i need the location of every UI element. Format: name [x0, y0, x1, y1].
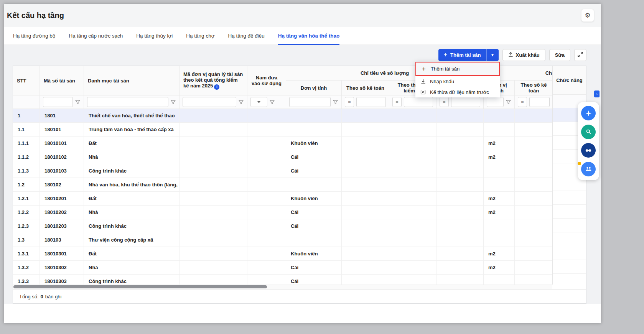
cell-accounting2	[515, 192, 552, 206]
cell-unit-code	[180, 261, 247, 275]
fullscreen-button[interactable]	[574, 49, 586, 61]
filter-operator[interactable]: =	[518, 97, 527, 107]
table-row[interactable]: 1.2 180102 Nhà văn hóa, khu thể thao thô…	[13, 178, 552, 192]
data-grid: STT Mã số tài sản Danh mục tài sản Mã đơ…	[13, 66, 586, 304]
scrollbar-thumb[interactable]	[13, 285, 267, 288]
spark-assistant-icon[interactable]	[581, 106, 596, 120]
table-row[interactable]: 1.2.1 18010201 Đất Khuôn viên m2	[13, 192, 552, 206]
cell-accounting2	[515, 219, 552, 233]
cell-actions	[553, 274, 586, 285]
filter-input-code[interactable]	[43, 97, 73, 107]
menu-item-add-asset[interactable]: + Thêm tài sản	[415, 62, 500, 76]
tab[interactable]: Hạ tầng chợ	[186, 27, 214, 44]
tab[interactable]: Hạ tầng văn hóa thể thao	[278, 27, 340, 44]
tab-label: Hạ tầng văn hóa thể thao	[278, 33, 340, 39]
col-header-unit-code: Mã đơn vị quản lý tài sản theo kết quả t…	[180, 66, 247, 95]
cell-unit-code	[180, 275, 247, 285]
cell-unit2	[484, 123, 515, 137]
cell-inventory	[389, 275, 436, 285]
funnel-icon[interactable]	[506, 100, 511, 105]
gear-icon: ⚙	[585, 12, 590, 20]
table-row[interactable]: 1.1.1 18010101 Đất Khuôn viên m2	[13, 137, 552, 150]
goggles-assistant-icon[interactable]	[581, 143, 596, 158]
table-row[interactable]: 1.1.3 18010103 Công trình khác Cái	[13, 164, 552, 178]
cell-accounting	[342, 150, 389, 164]
cell-unit-code	[180, 109, 247, 123]
cell-accounting	[342, 247, 389, 261]
funnel-icon[interactable]	[239, 100, 244, 105]
add-asset-button[interactable]: + Thêm tài sản	[438, 49, 486, 61]
tab[interactable]: Hạ tầng cấp nước sạch	[69, 27, 123, 44]
filter-input-9[interactable]	[451, 97, 480, 107]
cell-unit	[286, 233, 342, 247]
toolbar: + Thêm tài sản ▼ Xuất khẩu Sửa	[13, 47, 586, 63]
tab[interactable]: Hạ tầng thủy lợi	[136, 27, 173, 44]
cell-unit2: m2	[484, 137, 515, 150]
cell-actions	[553, 191, 586, 205]
funnel-icon[interactable]	[333, 100, 338, 105]
cell-actions	[553, 219, 586, 232]
add-asset-dropdown-toggle[interactable]: ▼	[486, 49, 499, 61]
table-row[interactable]: 1.3.1 18010301 Đất Khuôn viên m2	[13, 247, 552, 261]
cell-unit: Cái	[286, 150, 342, 164]
filter-input-unit2[interactable]	[487, 97, 504, 107]
funnel-icon[interactable]	[75, 100, 81, 105]
magnifier-assistant-icon[interactable]	[581, 125, 596, 139]
cell-year	[247, 123, 286, 137]
cell-accounting	[342, 123, 389, 137]
col-header-year: Năm đưa vào sử dụng	[247, 66, 286, 95]
filter-input-category[interactable]	[87, 97, 168, 107]
extension-float-panel	[578, 102, 599, 180]
add-asset-dropdown-menu: + Thêm tài sản Nhập khẩu Kế thừa dữ liệu…	[415, 62, 500, 97]
total-unit: bản ghi	[45, 294, 62, 299]
filter-operator[interactable]: =	[392, 97, 402, 107]
cell-accounting	[342, 192, 389, 206]
menu-item-inherit-data[interactable]: Kế thừa dữ liệu năm trước	[415, 87, 500, 97]
table-row[interactable]: 1.2.2 18010202 Nhà Cái m2	[13, 206, 552, 219]
export-button[interactable]: Xuất khẩu	[502, 49, 545, 61]
table-row[interactable]: 1.1.2 18010102 Nhà Cái m2	[13, 150, 552, 164]
table-row[interactable]: 1.2.3 18010203 Công trình khác Cái	[13, 219, 552, 233]
cell-unit: Cái	[286, 206, 342, 219]
sidebar-expand-tab[interactable]: ›	[594, 90, 600, 97]
year-filter-select[interactable]	[250, 97, 267, 107]
filter-input-accounting2[interactable]	[529, 97, 550, 107]
people-assistant-icon[interactable]	[581, 162, 596, 176]
table-row[interactable]: 1.3.2 18010302 Nhà Cái m2	[13, 261, 552, 275]
filter-operator[interactable]: =	[440, 97, 449, 107]
filter-input-accounting[interactable]	[356, 97, 386, 107]
cell-inventory	[389, 192, 436, 206]
filter-input-unit-code[interactable]	[183, 97, 236, 107]
cell-stt: 1.1.1	[13, 137, 40, 150]
horizontal-scrollbar[interactable]	[13, 285, 552, 289]
grid-scroll-area: STT Mã số tài sản Danh mục tài sản Mã đơ…	[13, 66, 552, 285]
cell-code: 18010301	[40, 247, 84, 261]
col-header-accounting2: Theo số kế toán	[515, 81, 552, 95]
funnel-icon[interactable]	[171, 100, 176, 105]
tab[interactable]: Hạ tầng đường bộ	[13, 27, 55, 44]
funnel-icon[interactable]	[270, 100, 275, 105]
table-row[interactable]: 1 1801 Thiết chế văn hóa, thiết chế thể …	[13, 109, 552, 123]
cell-accounting2	[515, 247, 552, 261]
tab[interactable]: Hạ tầng đê điều	[228, 27, 265, 44]
table-row[interactable]: 1.3.3 18010303 Công trình khác Cái	[13, 275, 552, 285]
menu-item-import[interactable]: Nhập khẩu	[415, 76, 500, 87]
cell-category: Thư viện công cộng cấp xã	[84, 233, 180, 247]
filter-input-inventory[interactable]	[404, 97, 433, 107]
cell-9	[436, 261, 484, 275]
cell-unit2	[484, 109, 515, 123]
cell-year	[247, 150, 286, 164]
edit-button[interactable]: Sửa	[549, 49, 570, 61]
app-header: Kết cấu hạ tầng ⚙	[4, 4, 601, 27]
table-row[interactable]: 1.3 180103 Thư viện công cộng cấp xã	[13, 233, 552, 247]
cell-year	[247, 219, 286, 233]
info-icon[interactable]: i	[214, 84, 219, 90]
cell-unit-code	[180, 178, 247, 192]
table-row[interactable]: 1.1 180101 Trung tâm văn hóa - thể thao …	[13, 123, 552, 137]
filter-input-unit[interactable]	[289, 97, 331, 107]
cell-unit-code	[180, 219, 247, 233]
cell-accounting2	[515, 206, 552, 219]
settings-button[interactable]: ⚙	[581, 9, 594, 22]
filter-operator[interactable]: =	[345, 97, 354, 107]
cell-accounting	[342, 109, 389, 123]
